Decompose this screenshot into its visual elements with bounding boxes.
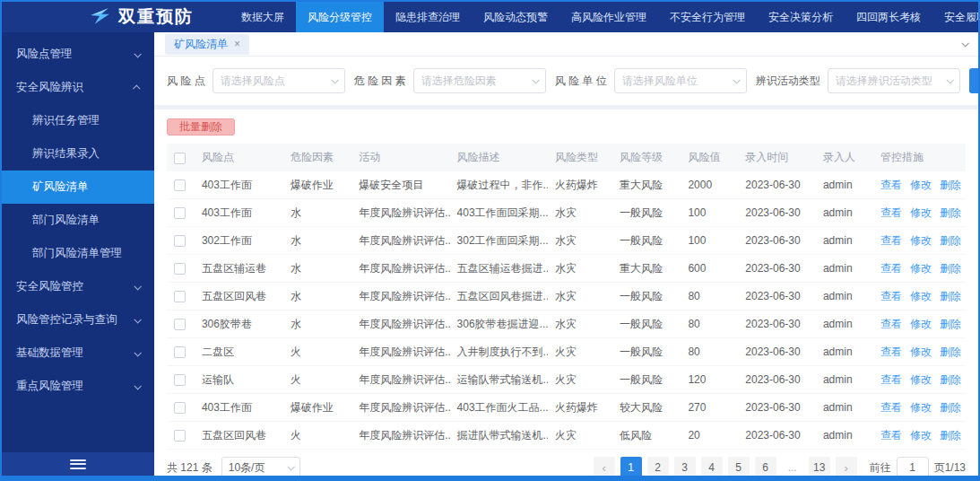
chevron-down-icon — [331, 76, 338, 83]
edit-link[interactable]: 修改 — [910, 345, 932, 358]
view-link[interactable]: 查看 — [880, 345, 902, 358]
row-checkbox[interactable] — [174, 207, 186, 219]
select-all-checkbox[interactable] — [174, 153, 186, 164]
sidebar-item-control-records[interactable]: 风险管控记录与查询 — [2, 303, 154, 337]
goto-label: 前往 — [870, 460, 891, 476]
edit-link[interactable]: 修改 — [910, 318, 932, 330]
filter-bar: 风 险 点 请选择风险点 危 险 因 素 请选择危险因素 风 险 单 位 — [154, 57, 978, 105]
next-page-button[interactable]: › — [836, 457, 857, 476]
table-row: 403工作面 水 年度风险辨识评估... 403工作面回采期... 水灾 一般风… — [167, 199, 966, 227]
delete-link[interactable]: 删除 — [940, 206, 961, 219]
edit-link[interactable]: 修改 — [910, 179, 932, 191]
filter-risk-unit: 风 险 单 位 请选择风险单位 — [555, 68, 747, 93]
page-button-3[interactable]: 3 — [674, 457, 696, 476]
row-checkbox[interactable] — [174, 291, 186, 302]
page-button-4[interactable]: 4 — [701, 457, 723, 476]
sidebar-item-dept-risk-list[interactable]: 部门风险清单 — [2, 204, 154, 237]
row-checkbox[interactable] — [174, 319, 186, 330]
page-button-1[interactable]: 1 — [620, 457, 642, 476]
col-risk-type: 风险类型 — [548, 144, 612, 171]
delete-link[interactable]: 删除 — [940, 401, 961, 414]
nav-item-risk-grading[interactable]: 风险分级管控 — [296, 2, 384, 32]
filter-actions: 搜 索 重 置 展开 — [969, 66, 978, 96]
delete-link[interactable]: 删除 — [940, 429, 961, 442]
edit-link[interactable]: 修改 — [910, 373, 932, 386]
prev-page-button[interactable]: ‹ — [594, 457, 615, 476]
page-button-last[interactable]: 13 — [809, 457, 830, 476]
sidebar-item-risk-identification[interactable]: 安全风险辨识 — [2, 71, 154, 104]
col-risk-point: 风险点 — [195, 144, 283, 171]
table-row: 403工作面 爆破作业 爆破安全项目 爆破过程中，非作... 火药爆炸 重大风险… — [167, 171, 966, 199]
sidebar-item-identify-result-entry[interactable]: 辨识结果录入 — [2, 137, 154, 171]
row-checkbox[interactable] — [174, 402, 186, 414]
view-link[interactable]: 查看 — [880, 206, 902, 219]
row-checkbox[interactable] — [174, 430, 186, 442]
page-button-2[interactable]: 2 — [647, 457, 669, 476]
delete-link[interactable]: 删除 — [940, 262, 961, 275]
sidebar-item-risk-point-mgmt[interactable]: 风险点管理 — [2, 38, 154, 71]
goto-page-input[interactable] — [897, 457, 929, 476]
row-checkbox[interactable] — [174, 179, 186, 191]
view-link[interactable]: 查看 — [880, 373, 902, 386]
view-link[interactable]: 查看 — [880, 318, 902, 330]
search-button[interactable]: 搜 索 — [969, 68, 978, 93]
view-link[interactable]: 查看 — [880, 401, 902, 414]
nav-item-data-screen[interactable]: 数据大屏 — [230, 2, 296, 32]
nav-item-high-risk-ops[interactable]: 高风险作业管理 — [559, 2, 658, 32]
delete-link[interactable]: 删除 — [940, 234, 961, 247]
view-link[interactable]: 查看 — [880, 290, 902, 302]
table-row: 306胶带巷 水 年度风险辨识评估... 306胶带巷掘进迎... 水灾 一般风… — [167, 310, 966, 338]
activity-type-select[interactable]: 请选择辨识活动类型 — [828, 68, 960, 93]
edit-link[interactable]: 修改 — [910, 290, 932, 302]
nav-item-unsafe-behavior[interactable]: 不安全行为管理 — [658, 2, 757, 32]
delete-link[interactable]: 删除 — [940, 290, 961, 302]
tab-close-icon[interactable]: × — [234, 39, 240, 49]
app-logo: 双重预防 — [88, 4, 194, 31]
delete-link[interactable]: 删除 — [940, 373, 961, 386]
page-button-5[interactable]: 5 — [728, 457, 750, 476]
table-row: 403工作面 爆破作业 年度风险辨识评估... 403工作面火工品... 火药爆… — [167, 394, 966, 422]
sidebar-item-dept-risk-list-mgmt[interactable]: 部门风险清单管理 — [2, 237, 154, 270]
nav-item-leader-assessment[interactable]: 四回两长考核 — [845, 2, 932, 32]
nav-item-decision-analysis[interactable]: 安全决策分析 — [757, 2, 845, 32]
page-ellipsis[interactable]: ... — [782, 457, 803, 476]
sidebar-item-identify-task-mgmt[interactable]: 辨识任务管理 — [2, 104, 154, 137]
view-link[interactable]: 查看 — [880, 179, 902, 191]
nav-item-risk-warning[interactable]: 风险动态预警 — [472, 2, 559, 32]
tab-options-chevron-icon[interactable] — [961, 39, 968, 47]
delete-link[interactable]: 删除 — [940, 179, 961, 191]
nav-item-hazard-treatment[interactable]: 隐患排查治理 — [384, 2, 472, 32]
table-row: 五盘区辅运巷 水 年度风险辨识评估... 五盘区辅运巷掘进... 水灾 重大风险… — [167, 255, 966, 283]
delete-link[interactable]: 删除 — [940, 345, 961, 358]
risk-point-select[interactable]: 请选择风险点 — [212, 68, 345, 93]
row-checkbox[interactable] — [174, 235, 186, 247]
page-button-6[interactable]: 6 — [755, 457, 776, 476]
filter-activity-type: 辨识活动类型 请选择辨识活动类型 — [756, 68, 960, 93]
sidebar-item-key-risk-mgmt[interactable]: 重点风险管理 — [2, 370, 154, 403]
edit-link[interactable]: 修改 — [910, 429, 932, 442]
risk-unit-select[interactable]: 请选择风险单位 — [614, 68, 747, 93]
sidebar-item-base-data-mgmt[interactable]: 基础数据管理 — [2, 337, 154, 370]
row-checkbox[interactable] — [174, 346, 186, 358]
edit-link[interactable]: 修改 — [910, 262, 932, 275]
delete-link[interactable]: 删除 — [940, 318, 961, 330]
filter-risk-point: 风 险 点 请选择风险点 — [167, 68, 345, 93]
batch-delete-button[interactable]: 批量删除 — [167, 118, 235, 136]
edit-link[interactable]: 修改 — [910, 206, 932, 219]
edit-link[interactable]: 修改 — [910, 401, 932, 414]
nav-item-duty-assessment[interactable]: 安全履职考核 — [932, 2, 980, 32]
table-row: 运输队 火 年度风险辨识评估... 运输队带式输送机... 火灾 一般风险 12… — [167, 366, 966, 394]
page-size-select[interactable]: 10条/页 — [221, 457, 300, 476]
view-link[interactable]: 查看 — [880, 234, 902, 247]
hazard-factor-select[interactable]: 请选择危险因素 — [413, 68, 546, 93]
chevron-down-icon — [134, 50, 141, 57]
sidebar-collapse-button[interactable] — [2, 452, 154, 476]
row-checkbox[interactable] — [174, 263, 186, 275]
row-checkbox[interactable] — [174, 374, 186, 386]
sidebar-item-mine-risk-list[interactable]: 矿风险清单 — [2, 171, 154, 204]
view-link[interactable]: 查看 — [880, 262, 902, 275]
sidebar-item-risk-control[interactable]: 安全风险管控 — [2, 270, 154, 303]
edit-link[interactable]: 修改 — [910, 234, 932, 247]
view-link[interactable]: 查看 — [880, 429, 902, 442]
tab-mine-risk-list[interactable]: 矿风险清单 × — [165, 34, 249, 55]
